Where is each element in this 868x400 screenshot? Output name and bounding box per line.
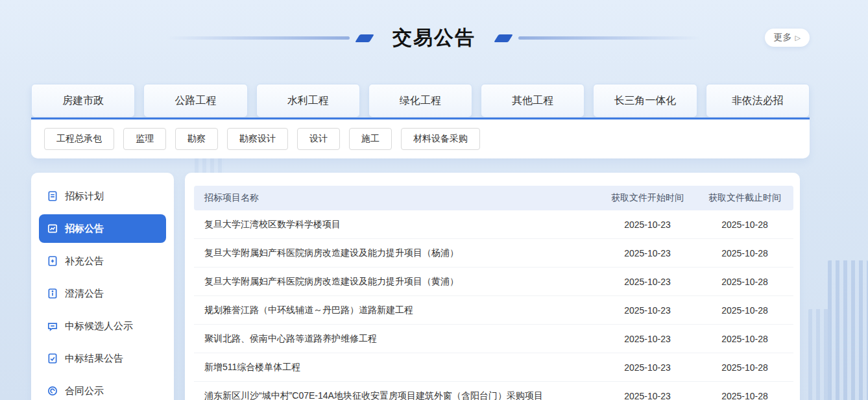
filter-materials[interactable]: 材料设备采购 xyxy=(401,128,480,150)
sidebar-item-label: 招标公告 xyxy=(65,223,104,235)
end-time: 2025-10-28 xyxy=(696,277,793,287)
sidebar-item-label: 合同公示 xyxy=(65,385,104,397)
announcement-table-panel: 招标项目名称 获取文件开始时间 获取文件截止时间 复旦大学江湾校区数学科学楼项目… xyxy=(185,173,800,400)
tab-water[interactable]: 水利工程 xyxy=(256,84,360,118)
table-row[interactable]: 规划雅誉江路（中环线辅道～丹巴路）道路新建工程 2025-10-23 2025-… xyxy=(194,296,793,325)
building-decoration xyxy=(828,260,868,400)
end-time: 2025-10-28 xyxy=(696,305,793,316)
building-decoration xyxy=(808,309,830,400)
header-project-name: 招标项目名称 xyxy=(194,192,599,204)
filter-survey-design[interactable]: 勘察设计 xyxy=(227,128,288,150)
project-name: 复旦大学江湾校区数学科学楼项目 xyxy=(194,219,599,231)
more-label: 更多 xyxy=(774,32,792,44)
project-name: 聚训北路、侯南中心路等道路养护维修工程 xyxy=(194,333,599,345)
header-start-time: 获取文件开始时间 xyxy=(599,192,696,204)
content: 招标计划 招标公告 补充公告 澄清公告 xyxy=(31,173,800,400)
sidebar: 招标计划 招标公告 补充公告 澄清公告 xyxy=(31,173,174,400)
filter-survey[interactable]: 勘察 xyxy=(175,128,218,150)
table-row[interactable]: 复旦大学江湾校区数学科学楼项目 2025-10-23 2025-10-28 xyxy=(194,210,793,239)
table-row[interactable]: 复旦大学附属妇产科医院病房改造建设及能力提升项目（黄浦） 2025-10-23 … xyxy=(194,268,793,296)
start-time: 2025-10-23 xyxy=(599,277,696,287)
bid-announcement-icon xyxy=(47,223,58,234)
project-name: 复旦大学附属妇产科医院病房改造建设及能力提升项目（黄浦） xyxy=(194,276,599,288)
tab-other[interactable]: 其他工程 xyxy=(481,84,585,118)
tab-non-statutory[interactable]: 非依法必招 xyxy=(706,84,810,118)
filter-epc[interactable]: 工程总承包 xyxy=(44,128,114,150)
sidebar-item-candidate-publicity[interactable]: 中标候选人公示 xyxy=(39,312,166,340)
sidebar-item-contract-publicity[interactable]: 合同公示 xyxy=(39,377,166,400)
page-header: 交易公告 更多 ▷ xyxy=(0,0,868,51)
contract-publicity-icon xyxy=(47,385,58,397)
start-time: 2025-10-23 xyxy=(599,248,696,258)
page: 交易公告 更多 ▷ 房建市政 公路工程 水利工程 绿化工程 其他工程 长三角一体… xyxy=(0,0,868,400)
sub-filter-bar: 工程总承包 监理 勘察 勘察设计 设计 施工 材料设备采购 xyxy=(31,118,810,158)
tab-greening[interactable]: 绿化工程 xyxy=(368,84,472,118)
start-time: 2025-10-23 xyxy=(599,305,696,316)
end-time: 2025-10-28 xyxy=(696,248,793,258)
header-end-time: 获取文件截止时间 xyxy=(696,192,793,204)
tab-yangtze-delta[interactable]: 长三角一体化 xyxy=(593,84,697,118)
filter-design[interactable]: 设计 xyxy=(297,128,340,150)
sidebar-item-label: 招标计划 xyxy=(65,190,104,203)
start-time: 2025-10-23 xyxy=(599,362,696,373)
supplement-announcement-icon xyxy=(47,255,58,267)
table-row[interactable]: 聚训北路、侯南中心路等道路养护维修工程 2025-10-23 2025-10-2… xyxy=(194,325,793,353)
page-title: 交易公告 xyxy=(392,25,476,51)
more-button[interactable]: 更多 ▷ xyxy=(765,29,810,47)
category-tabs: 房建市政 公路工程 水利工程 绿化工程 其他工程 长三角一体化 非依法必招 xyxy=(31,84,810,118)
table-row[interactable]: 新增511综合楼单体工程 2025-10-23 2025-10-28 xyxy=(194,353,793,382)
title-deco-block-right xyxy=(494,34,512,42)
sidebar-item-bid-announcement[interactable]: 招标公告 xyxy=(39,214,166,243)
bid-plan-icon xyxy=(47,190,58,202)
start-time: 2025-10-23 xyxy=(599,334,696,344)
result-announcement-icon xyxy=(47,353,58,364)
end-time: 2025-10-28 xyxy=(696,391,793,400)
sidebar-item-label: 中标结果公告 xyxy=(65,353,123,365)
start-time: 2025-10-23 xyxy=(599,391,696,400)
candidate-publicity-icon xyxy=(47,320,58,332)
end-time: 2025-10-28 xyxy=(696,334,793,344)
tab-housing-municipal[interactable]: 房建市政 xyxy=(31,84,135,118)
filter-supervision[interactable]: 监理 xyxy=(123,128,166,150)
end-time: 2025-10-28 xyxy=(696,219,793,230)
table-header: 招标项目名称 获取文件开始时间 获取文件截止时间 xyxy=(194,186,793,210)
title-deco-block-left xyxy=(355,34,374,42)
chevron-right-icon: ▷ xyxy=(795,34,801,42)
sidebar-item-supplement[interactable]: 补充公告 xyxy=(39,247,166,275)
clarification-announcement-icon xyxy=(47,288,58,299)
project-name: 新增511综合楼单体工程 xyxy=(194,362,599,373)
title-deco-line-right xyxy=(518,36,701,40)
title-deco-line-left xyxy=(167,36,350,40)
end-time: 2025-10-28 xyxy=(696,362,793,373)
sidebar-item-bid-plan[interactable]: 招标计划 xyxy=(39,182,166,210)
sidebar-item-clarification[interactable]: 澄清公告 xyxy=(39,279,166,308)
table-row[interactable]: 复旦大学附属妇产科医院病房改造建设及能力提升项目（杨浦） 2025-10-23 … xyxy=(194,239,793,268)
sidebar-item-result-announcement[interactable]: 中标结果公告 xyxy=(39,344,166,373)
sidebar-item-label: 补充公告 xyxy=(65,255,104,268)
table-row[interactable]: 浦东新区川沙“城中村”C07E-14A地块征收安置房项目建筑外窗（含阳台门）采购… xyxy=(194,382,793,400)
filter-construction[interactable]: 施工 xyxy=(349,128,392,150)
sidebar-item-label: 澄清公告 xyxy=(65,288,104,300)
project-name: 浦东新区川沙“城中村”C07E-14A地块征收安置房项目建筑外窗（含阳台门）采购… xyxy=(194,390,599,400)
project-name: 规划雅誉江路（中环线辅道～丹巴路）道路新建工程 xyxy=(194,305,599,316)
project-name: 复旦大学附属妇产科医院病房改造建设及能力提升项目（杨浦） xyxy=(194,247,599,259)
start-time: 2025-10-23 xyxy=(599,219,696,230)
sidebar-item-label: 中标候选人公示 xyxy=(65,320,133,332)
tab-highway[interactable]: 公路工程 xyxy=(143,84,247,118)
